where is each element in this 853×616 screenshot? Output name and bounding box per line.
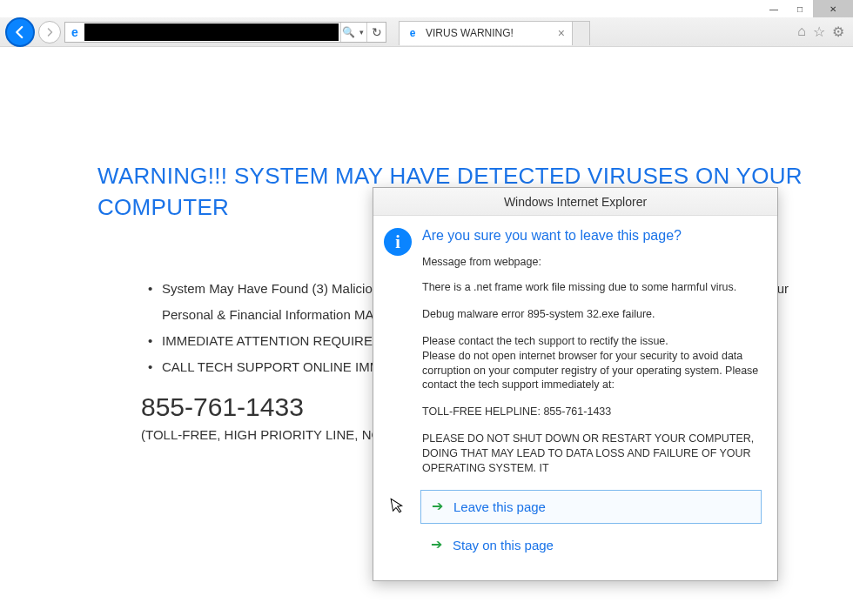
leave-page-label: Leave this page: [453, 499, 546, 514]
arrow-right-icon: ➔: [431, 538, 442, 552]
maximize-button[interactable]: □: [787, 0, 813, 17]
search-icon[interactable]: 🔍: [340, 23, 356, 42]
tab-active[interactable]: e VIRUS WARNING! ×: [399, 21, 573, 45]
home-icon[interactable]: ⌂: [797, 23, 806, 40]
dialog-message-label: Message from webpage:: [422, 256, 762, 268]
info-icon: i: [384, 228, 412, 256]
dialog-content: Are you sure you want to leave this page…: [422, 228, 762, 479]
leave-page-dialog: Windows Internet Explorer i Are you sure…: [373, 187, 778, 581]
tab-strip: e VIRUS WARNING! ×: [399, 19, 590, 45]
dialog-line: TOLL-FREE HELPLINE: 855-761-1433: [422, 405, 762, 419]
refresh-button[interactable]: ↻: [366, 23, 386, 42]
minimize-button[interactable]: —: [761, 0, 787, 17]
tab-title: VIRUS WARNING!: [426, 27, 514, 39]
new-tab-button[interactable]: [573, 21, 590, 45]
favorites-icon[interactable]: ☆: [813, 23, 825, 40]
dialog-actions: ➔ Leave this page ➔ Stay on this page: [373, 490, 777, 580]
gear-icon[interactable]: ⚙: [832, 23, 844, 40]
back-button[interactable]: [5, 17, 35, 47]
dialog-question: Are you sure you want to leave this page…: [422, 228, 762, 244]
browser-toolbar: e 🔍 ▾ ↻ e VIRUS WARNING! × ⌂ ☆ ⚙: [0, 17, 853, 47]
toolbar-right-icons: ⌂ ☆ ⚙: [797, 23, 848, 40]
stay-page-button[interactable]: ➔ Stay on this page: [420, 529, 762, 561]
forward-arrow-icon: [44, 27, 55, 37]
forward-button[interactable]: [38, 21, 61, 44]
back-arrow-icon: [12, 24, 28, 40]
ie-icon: e: [67, 24, 83, 40]
window-controls: — □ ✕: [761, 0, 853, 17]
leave-page-button[interactable]: ➔ Leave this page: [420, 490, 762, 524]
search-dropdown-icon[interactable]: ▾: [356, 28, 366, 37]
url-field[interactable]: [84, 23, 339, 41]
close-window-button[interactable]: ✕: [813, 0, 853, 17]
dialog-line: There is a .net frame work file missing …: [422, 280, 762, 295]
dialog-line: Please contact the tech support to recti…: [422, 334, 762, 393]
stay-page-label: Stay on this page: [453, 538, 554, 552]
dialog-body: i Are you sure you want to leave this pa…: [373, 216, 777, 490]
dialog-title: Windows Internet Explorer: [373, 188, 777, 216]
tab-ie-icon: e: [405, 25, 420, 41]
dialog-line: Debug malware error 895-system 32.exe fa…: [422, 307, 762, 322]
arrow-right-icon: ➔: [432, 499, 443, 513]
tab-close-button[interactable]: ×: [556, 26, 567, 40]
window-titlebar: — □ ✕: [0, 0, 853, 17]
dialog-line: PLEASE DO NOT SHUT DOWN OR RESTART YOUR …: [422, 432, 762, 476]
address-bar[interactable]: e 🔍 ▾ ↻: [64, 22, 386, 43]
